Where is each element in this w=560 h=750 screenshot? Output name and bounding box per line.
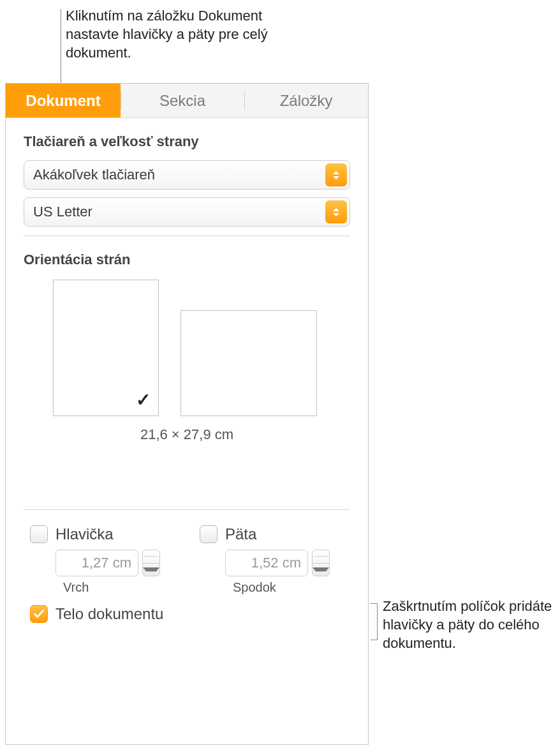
- printer-size-section: Tlačiareň a veľkosť strany Akákoľvek tla…: [6, 118, 368, 227]
- page-size-popup[interactable]: US Letter: [24, 197, 350, 227]
- header-stepper-up[interactable]: [143, 550, 159, 564]
- callout-leader-line: [61, 9, 61, 92]
- document-body-label: Telo dokumentu: [55, 605, 163, 623]
- printer-popup[interactable]: Akákoľvek tlačiareň: [24, 160, 350, 190]
- tab-bookmarks-label: Záložky: [280, 92, 333, 110]
- footer-stepper-down[interactable]: [313, 564, 329, 576]
- footer-margin-stepper: 1,52 cm: [225, 550, 344, 576]
- orientation-title: Orientácia strán: [24, 251, 350, 268]
- document-body-checkbox[interactable]: [30, 605, 48, 623]
- tab-document[interactable]: Dokument: [6, 84, 121, 117]
- printer-size-title: Tlačiareň a veľkosť strany: [24, 133, 350, 150]
- orientation-landscape-button[interactable]: [181, 310, 317, 416]
- header-sublabel: Vrch: [63, 580, 174, 595]
- header-label: Hlavička: [55, 525, 114, 543]
- header-stepper-down[interactable]: [143, 564, 159, 576]
- document-body-row: Telo dokumentu: [24, 595, 350, 623]
- header-checkbox-row: Hlavička: [30, 525, 174, 543]
- header-stepper-buttons: [142, 550, 160, 576]
- tab-bookmarks[interactable]: Záložky: [244, 84, 368, 117]
- tab-section[interactable]: Sekcia: [121, 84, 244, 117]
- spacer: [6, 443, 368, 500]
- footer-checkbox[interactable]: [200, 525, 217, 543]
- footer-checkbox-row: Päta: [200, 525, 344, 543]
- callout-top: Kliknutím na záložku Dokument nastavte h…: [66, 6, 295, 62]
- header-margin-input[interactable]: 1,27 cm: [55, 550, 138, 576]
- orientation-portrait-button[interactable]: ✓: [53, 280, 159, 416]
- tab-document-label: Dokument: [26, 92, 100, 110]
- callout-right: Zaškrtnutím políčok pridáte hlavičky a p…: [383, 597, 555, 652]
- header-checkbox[interactable]: [30, 525, 48, 543]
- footer-margin-input[interactable]: 1,52 cm: [225, 550, 308, 576]
- footer-stepper-up[interactable]: [313, 550, 329, 564]
- popup-arrows-icon: [325, 163, 347, 186]
- footer-sublabel: Spodok: [233, 580, 344, 595]
- callout-bracket: [369, 603, 378, 640]
- popup-arrows-icon: [325, 200, 347, 223]
- callout-right-text: Zaškrtnutím políčok pridáte hlavičky a p…: [383, 598, 552, 651]
- orientation-options: ✓: [24, 280, 350, 416]
- footer-margin-value: 1,52 cm: [251, 555, 301, 571]
- page-dimensions-label: 21,6 × 27,9 cm: [24, 426, 350, 443]
- header-margin-value: 1,27 cm: [82, 555, 131, 571]
- checkmark-icon: ✓: [136, 389, 151, 410]
- printer-popup-value: Akákoľvek tlačiareň: [33, 167, 155, 183]
- header-margin-stepper: 1,27 cm: [55, 550, 174, 576]
- tab-bar: Dokument Sekcia Záložky: [6, 84, 368, 118]
- header-footer-row: Hlavička 1,27 cm Vrch: [24, 515, 350, 595]
- document-inspector-panel: Dokument Sekcia Záložky Tlačiareň a veľk…: [5, 83, 369, 745]
- footer-stepper-buttons: [312, 550, 330, 576]
- header-column: Hlavička 1,27 cm Vrch: [30, 525, 174, 595]
- footer-column: Päta 1,52 cm Spodok: [200, 525, 344, 595]
- callout-top-text: Kliknutím na záložku Dokument nastavte h…: [66, 8, 268, 61]
- header-footer-section: Hlavička 1,27 cm Vrch: [6, 510, 368, 623]
- page-size-popup-value: US Letter: [33, 204, 92, 220]
- footer-label: Päta: [225, 525, 256, 543]
- orientation-section: Orientácia strán ✓ 21,6 × 27,9 cm: [6, 236, 368, 443]
- tab-section-label: Sekcia: [159, 92, 205, 110]
